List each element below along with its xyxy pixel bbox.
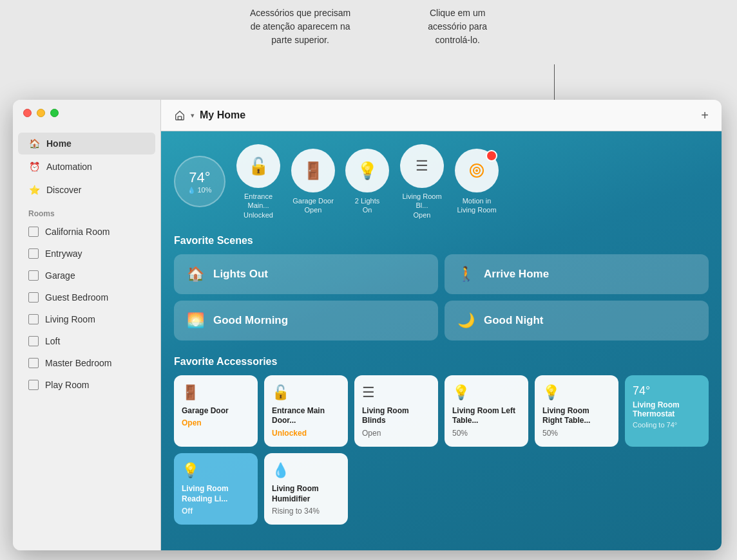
accessories-row2: 💡 Living Room Reading Li... Off 💧 Living…: [174, 453, 709, 525]
sidebar-label-automation: Automation: [46, 162, 92, 172]
good-night-icon: 🌙: [457, 312, 475, 329]
accessory-humidifier-name: Living Room Humidifier: [272, 484, 340, 504]
status-icon-motion: [455, 149, 499, 192]
accessory-entrance-status: Unlocked: [272, 429, 340, 438]
accessory-entrance-name: Entrance Main Door...: [272, 406, 340, 426]
accessory-lr-right-table[interactable]: 💡 Living Room Right Table... 50%: [535, 375, 618, 447]
scenes-grid: 🏠 Lights Out 🚶 Arrive Home 🌅 Good Mornin…: [174, 254, 709, 341]
sidebar-room-play-room[interactable]: Play Room: [18, 375, 155, 395]
svg-point-3: [475, 169, 478, 172]
minimize-button[interactable]: [37, 109, 45, 117]
content-area: 74° 💧 10% 🔓 Entrance Main...Unlocked: [161, 131, 722, 550]
fullscreen-button[interactable]: [50, 109, 59, 117]
thermostat-status: Cooling to 74°: [633, 421, 701, 429]
accessory-blinds-status: Open: [362, 429, 430, 438]
lights-out-icon: 🏠: [187, 266, 204, 283]
sidebar-room-entryway[interactable]: Entryway: [18, 243, 155, 264]
scenes-section-title: Favorite Scenes: [174, 235, 709, 247]
scene-good-night[interactable]: 🌙 Good Night: [445, 301, 709, 341]
sidebar-label-discover: Discover: [46, 185, 81, 195]
sidebar-room-garage[interactable]: Garage: [18, 265, 155, 286]
home-icon: 🏠: [28, 138, 40, 149]
callout-right: Clique em umacessório paracontrolá-lo.: [428, 6, 487, 100]
sidebar-room-living-room[interactable]: Living Room: [18, 309, 155, 330]
accessories-section-title: Favorite Accessories: [174, 356, 709, 368]
accessory-garage-door[interactable]: 🚪 Garage Door Open: [174, 375, 258, 447]
accessory-lr-blinds[interactable]: ☰ Living Room Blinds Open: [354, 375, 438, 447]
status-label-entrance: Entrance Main...Unlocked: [236, 192, 281, 219]
status-garage[interactable]: 🚪 Garage DoorOpen: [291, 149, 335, 215]
accessory-blinds-name: Living Room Blinds: [362, 406, 430, 426]
rooms-section-label: Rooms: [13, 201, 160, 221]
sidebar-item-automation[interactable]: ⏰ Automation: [18, 156, 155, 178]
status-label-motion: Motion inLiving Room: [457, 196, 496, 215]
accessory-lr-humidifier[interactable]: 💧 Living Room Humidifier Rising to 34%: [264, 453, 348, 525]
room-icon: [28, 248, 39, 259]
humidity-value: 10%: [197, 186, 211, 194]
status-icon-blinds: ☰: [400, 144, 444, 188]
accessory-lr-left-table[interactable]: 💡 Living Room Left Table... 50%: [445, 375, 528, 447]
sidebar-label-home: Home: [46, 138, 72, 149]
drop-icon: 💧: [187, 187, 195, 194]
room-icon: [28, 292, 39, 303]
sidebar-room-label: Master Bedroom: [45, 358, 111, 368]
sidebar-room-loft[interactable]: Loft: [18, 331, 155, 351]
accessory-lr-reading[interactable]: 💡 Living Room Reading Li... Off: [174, 453, 258, 525]
thermostat-name: Living Room Thermostat: [633, 400, 701, 418]
sidebar-room-label: Play Room: [45, 380, 89, 390]
close-button[interactable]: [23, 109, 32, 117]
thermostat-temp: 74°: [633, 384, 701, 398]
accessory-left-table-name: Living Room Left Table...: [452, 406, 521, 426]
accessory-right-table-name: Living Room Right Table...: [542, 406, 611, 426]
sidebar-room-label: Guest Bedroom: [45, 292, 108, 303]
sidebar-room-label: Entryway: [45, 248, 82, 259]
scene-lights-out[interactable]: 🏠 Lights Out: [174, 254, 438, 294]
scene-arrive-home[interactable]: 🚶 Arrive Home: [445, 254, 709, 294]
callout-left: Acessórios que precisamde atenção aparec…: [250, 6, 350, 100]
lr-left-table-icon: 💡: [452, 384, 521, 401]
temp-detail: 💧 10%: [187, 186, 211, 194]
room-icon: [28, 336, 39, 346]
status-icon-lights: 💡: [345, 149, 389, 192]
garage-door-icon: 🚪: [182, 384, 250, 401]
lr-right-table-icon: 💡: [542, 384, 611, 401]
accessory-humidifier-status: Rising to 34%: [272, 507, 340, 516]
status-strip: 74° 💧 10% 🔓 Entrance Main...Unlocked: [174, 144, 709, 219]
status-icon-entrance: 🔓: [236, 144, 280, 188]
accessory-garage-door-name: Garage Door: [182, 406, 250, 416]
room-icon: [28, 227, 39, 237]
clock-icon: ⏰: [28, 161, 40, 173]
accessory-right-table-status: 50%: [542, 429, 611, 438]
good-night-label: Good Night: [484, 314, 544, 327]
status-lights[interactable]: 💡 2 LightsOn: [345, 149, 389, 215]
room-icon: [28, 270, 39, 281]
accessories-row1: 🚪 Garage Door Open 🔓 Entrance Main Door.…: [174, 375, 709, 447]
arrive-home-icon: 🚶: [457, 266, 475, 283]
star-icon: ⭐: [28, 184, 40, 196]
sidebar-item-home[interactable]: 🏠 Home: [18, 133, 155, 154]
status-entrance[interactable]: 🔓 Entrance Main...Unlocked: [236, 144, 281, 219]
lights-out-label: Lights Out: [213, 268, 268, 281]
sidebar-room-guest-bedroom[interactable]: Guest Bedroom: [18, 287, 155, 308]
status-blinds[interactable]: ☰ Living Room Bl...Open: [399, 144, 445, 219]
lr-reading-icon: 💡: [182, 462, 250, 479]
status-label-garage: Garage DoorOpen: [292, 196, 334, 215]
status-label-lights: 2 LightsOn: [355, 196, 380, 215]
status-motion[interactable]: Motion inLiving Room: [455, 149, 499, 215]
sidebar-room-label: California Room: [45, 227, 110, 237]
sidebar-room-master-bedroom[interactable]: Master Bedroom: [18, 353, 155, 373]
accessory-entrance-door[interactable]: 🔓 Entrance Main Door... Unlocked: [264, 375, 348, 447]
scene-good-morning[interactable]: 🌅 Good Morning: [174, 301, 438, 341]
temperature-badge[interactable]: 74° 💧 10%: [174, 156, 225, 207]
room-icon: [28, 358, 39, 368]
app-window: 🏠 Home ⏰ Automation ⭐ Discover Rooms Cal…: [13, 100, 722, 550]
sidebar-item-discover[interactable]: ⭐ Discover: [18, 179, 155, 201]
sidebar-room-california[interactable]: California Room: [18, 221, 155, 242]
arrive-home-label: Arrive Home: [484, 268, 549, 281]
status-icon-garage: 🚪: [291, 149, 335, 192]
sidebar-room-label: Loft: [45, 336, 60, 346]
lr-humidifier-icon: 💧: [272, 462, 340, 479]
accessory-left-table-status: 50%: [452, 429, 521, 438]
accessory-lr-thermostat[interactable]: 74° Living Room Thermostat Cooling to 74…: [625, 375, 709, 447]
accessory-garage-door-status: Open: [182, 418, 250, 427]
